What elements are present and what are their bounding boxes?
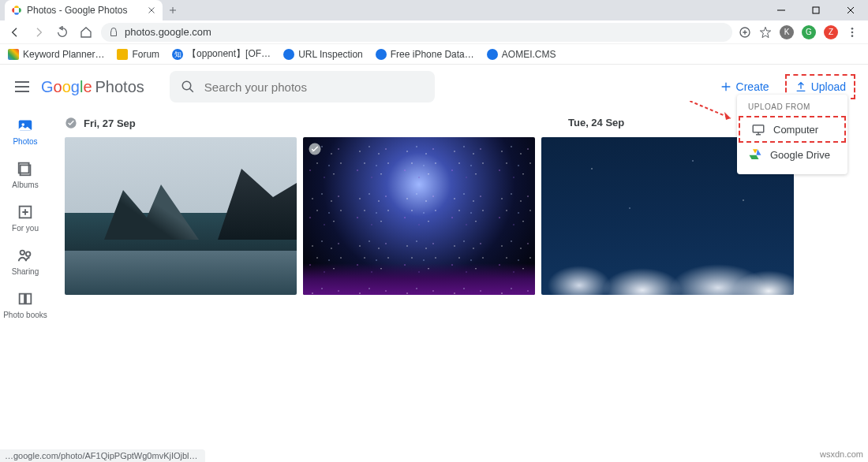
maximize-button[interactable] — [799, 0, 833, 20]
photo-thumbnail[interactable] — [65, 137, 297, 295]
nav-for-you[interactable]: For you — [12, 203, 39, 233]
nav-sharing[interactable]: Sharing — [12, 247, 39, 276]
maximize-icon — [812, 6, 820, 14]
nav-label: Photo books — [3, 311, 47, 319]
bookmark-label: Keyword Planner… — [23, 49, 104, 60]
bookmark-label: Free iPhone Data… — [391, 49, 474, 60]
watermark: wsxdn.com — [820, 449, 863, 459]
svg-point-10 — [21, 123, 24, 126]
thumbnail-row — [65, 137, 854, 295]
date-label: Tue, 24 Sep — [568, 117, 624, 129]
date-header-2[interactable]: Tue, 24 Sep — [568, 117, 624, 129]
google-photos-favicon — [11, 5, 22, 16]
bookmark-item[interactable]: AOMEI.CMS — [487, 49, 556, 60]
svg-point-5 — [182, 81, 191, 90]
close-tab-icon[interactable] — [147, 6, 156, 15]
upload-menu-header: UPLOAD FROM — [737, 99, 847, 116]
minimize-icon — [777, 6, 785, 14]
bookmark-label: AOMEI.CMS — [502, 49, 556, 60]
bookmark-label: URL Inspection — [298, 49, 363, 60]
nav-label: Albums — [12, 181, 38, 189]
photo-books-icon — [17, 290, 34, 307]
photos-icon — [17, 117, 34, 134]
for-you-icon — [17, 203, 34, 221]
google-drive-icon — [748, 147, 762, 162]
google-photos-logo[interactable]: Google Photos — [41, 78, 144, 96]
minimize-button[interactable] — [764, 0, 799, 20]
upload-drive-label: Google Drive — [770, 149, 830, 161]
check-circle-icon[interactable] — [308, 142, 322, 156]
bookmark-item[interactable]: URL Inspection — [283, 49, 363, 60]
bookmarks-bar: Keyword Planner… Forum 知【opponent】[OF… U… — [0, 44, 868, 65]
url-text: photos.google.com — [125, 26, 211, 38]
svg-rect-0 — [813, 7, 819, 13]
close-icon — [847, 6, 855, 14]
search-icon — [181, 79, 195, 95]
svg-point-4 — [851, 35, 854, 37]
close-window-button[interactable] — [833, 0, 868, 20]
upload-from-computer[interactable]: Computer — [739, 116, 846, 143]
browser-titlebar: Photos - Google Photos — [0, 0, 868, 20]
home-button[interactable] — [77, 24, 95, 41]
profile-avatar-3[interactable]: Z — [824, 25, 838, 39]
toolbar-right: K G Z — [739, 25, 862, 39]
nav-label: For you — [12, 224, 39, 233]
bookmark-label: 【opponent】[OF… — [187, 47, 271, 61]
hamburger-menu-icon[interactable] — [13, 77, 32, 96]
bookmark-icon — [487, 49, 498, 60]
tab-title: Photos - Google Photos — [27, 5, 142, 16]
new-tab-button[interactable] — [163, 0, 183, 20]
annotation-arrow — [690, 101, 737, 125]
svg-point-14 — [21, 251, 24, 255]
nav-label: Photos — [13, 137, 37, 146]
back-button[interactable] — [6, 24, 24, 41]
svg-point-2 — [851, 28, 854, 30]
plus-icon — [168, 6, 178, 15]
photo-thumbnail[interactable] — [303, 137, 535, 295]
upload-from-drive[interactable]: Google Drive — [737, 143, 847, 166]
svg-point-17 — [309, 143, 321, 155]
albums-icon — [17, 160, 34, 177]
product-name: Photos — [95, 78, 144, 96]
forward-button[interactable] — [30, 24, 47, 41]
address-bar[interactable]: photos.google.com — [101, 23, 732, 42]
search-input[interactable] — [204, 80, 424, 94]
profile-avatar-1[interactable]: K — [780, 25, 794, 39]
svg-line-7 — [690, 101, 731, 118]
sharing-icon — [17, 247, 34, 264]
kebab-menu-icon[interactable] — [846, 26, 859, 39]
folder-icon — [117, 49, 128, 60]
svg-marker-8 — [724, 112, 731, 120]
arrow-left-icon — [9, 26, 21, 39]
bookmark-icon: 知 — [172, 49, 183, 60]
search-box[interactable] — [170, 71, 435, 102]
plus-icon — [720, 80, 732, 93]
left-nav: Photos Albums For you Sharing Photo book… — [0, 109, 51, 462]
svg-point-3 — [851, 31, 854, 33]
nav-label: Sharing — [12, 267, 39, 276]
svg-rect-6 — [753, 125, 764, 132]
reload-button[interactable] — [54, 24, 71, 41]
nav-photo-books[interactable]: Photo books — [3, 290, 47, 319]
upload-menu: UPLOAD FROM Computer Google Drive — [737, 95, 847, 174]
bookmark-icon — [283, 49, 294, 60]
date-label: Fri, 27 Sep — [84, 117, 136, 129]
window-controls — [764, 0, 868, 20]
bookmark-label: Forum — [132, 49, 159, 60]
bookmark-item[interactable]: Forum — [117, 49, 159, 60]
arrow-right-icon — [32, 26, 45, 39]
status-bar: …google.com/photo/AF1QipPGptWg0mvKjIOjbl… — [0, 449, 205, 462]
bookmark-item[interactable]: Keyword Planner… — [8, 49, 104, 60]
bookmark-item[interactable]: 知【opponent】[OF… — [172, 47, 271, 61]
nav-albums[interactable]: Albums — [12, 160, 38, 189]
browser-tab[interactable]: Photos - Google Photos — [5, 0, 163, 20]
computer-icon — [751, 122, 765, 136]
add-to-tab-icon[interactable] — [739, 26, 751, 39]
check-circle-icon[interactable] — [65, 117, 77, 129]
upload-icon — [795, 80, 807, 93]
nav-photos[interactable]: Photos — [13, 117, 37, 146]
profile-avatar-2[interactable]: G — [802, 25, 816, 39]
bookmark-item[interactable]: Free iPhone Data… — [376, 49, 474, 60]
lock-icon — [109, 28, 118, 37]
star-icon[interactable] — [759, 26, 772, 39]
